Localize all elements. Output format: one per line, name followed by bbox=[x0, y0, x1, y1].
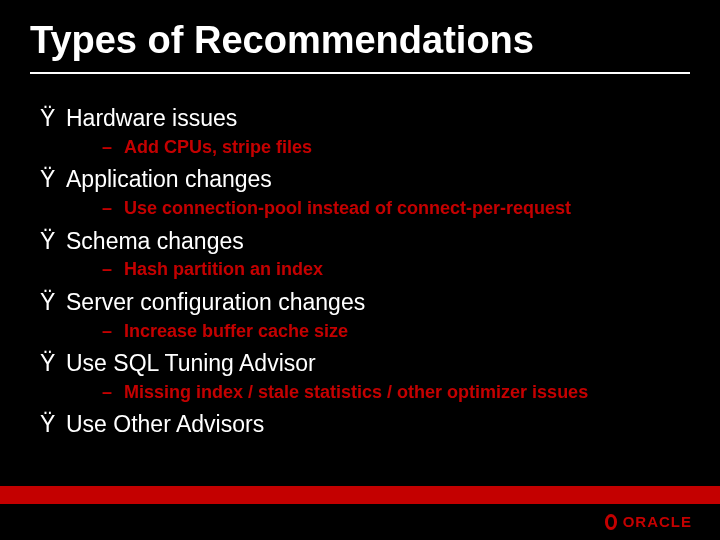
bullet-text: Application changes bbox=[66, 166, 272, 192]
slide-content: ŸHardware issues –Add CPUs, stripe files… bbox=[40, 100, 680, 442]
slide: Types of Recommendations ŸHardware issue… bbox=[0, 0, 720, 540]
bullet-text: Schema changes bbox=[66, 228, 244, 254]
bullet-glyph: Ÿ bbox=[40, 227, 66, 257]
subbullet-text: Use connection-pool instead of connect-p… bbox=[124, 198, 571, 218]
dash-glyph: – bbox=[102, 381, 124, 404]
bullet-text: Server configuration changes bbox=[66, 289, 365, 315]
bullet-glyph: Ÿ bbox=[40, 410, 66, 440]
bullet-application: ŸApplication changes bbox=[40, 165, 680, 195]
subbullet-schema-1: –Hash partition an index bbox=[102, 258, 680, 281]
bullet-hardware: ŸHardware issues bbox=[40, 104, 680, 134]
bullet-glyph: Ÿ bbox=[40, 165, 66, 195]
subbullet-text: Increase buffer cache size bbox=[124, 321, 348, 341]
subbullet-application-1: –Use connection-pool instead of connect-… bbox=[102, 197, 680, 220]
subbullet-text: Missing index / stale statistics / other… bbox=[124, 382, 588, 402]
bullet-schema: ŸSchema changes bbox=[40, 227, 680, 257]
subbullet-text: Hash partition an index bbox=[124, 259, 323, 279]
oracle-wordmark: ORACLE bbox=[623, 513, 692, 530]
bullet-other-advisors: ŸUse Other Advisors bbox=[40, 410, 680, 440]
dash-glyph: – bbox=[102, 320, 124, 343]
subbullet-sql-tuning-1: –Missing index / stale statistics / othe… bbox=[102, 381, 680, 404]
slide-title: Types of Recommendations bbox=[30, 20, 690, 74]
dash-glyph: – bbox=[102, 136, 124, 159]
bullet-sql-tuning: ŸUse SQL Tuning Advisor bbox=[40, 349, 680, 379]
bullet-glyph: Ÿ bbox=[40, 288, 66, 318]
bullet-text: Hardware issues bbox=[66, 105, 237, 131]
subbullet-text: Add CPUs, stripe files bbox=[124, 137, 312, 157]
bullet-text: Use Other Advisors bbox=[66, 411, 264, 437]
dash-glyph: – bbox=[102, 258, 124, 281]
oracle-o-icon bbox=[605, 514, 617, 530]
bullet-text: Use SQL Tuning Advisor bbox=[66, 350, 316, 376]
subbullet-hardware-1: –Add CPUs, stripe files bbox=[102, 136, 680, 159]
bullet-glyph: Ÿ bbox=[40, 349, 66, 379]
dash-glyph: – bbox=[102, 197, 124, 220]
subbullet-server-config-1: –Increase buffer cache size bbox=[102, 320, 680, 343]
oracle-logo: ORACLE bbox=[605, 513, 692, 530]
footer-accent-bar bbox=[0, 486, 720, 504]
bullet-glyph: Ÿ bbox=[40, 104, 66, 134]
bullet-server-config: ŸServer configuration changes bbox=[40, 288, 680, 318]
